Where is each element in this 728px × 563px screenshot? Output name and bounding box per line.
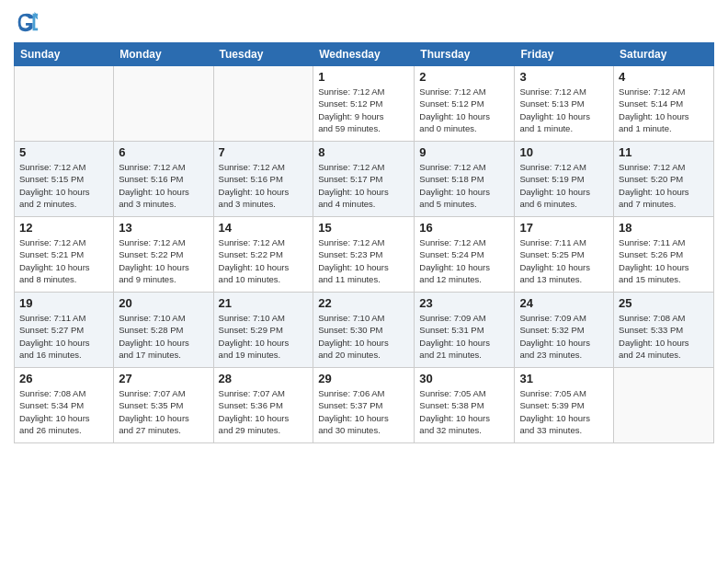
calendar-day-cell: 8Sunrise: 7:12 AMSunset: 5:17 PMDaylight…	[313, 142, 415, 217]
day-info: Sunrise: 7:10 AMSunset: 5:30 PMDaylight:…	[318, 312, 409, 361]
day-info: Sunrise: 7:09 AMSunset: 5:31 PMDaylight:…	[419, 312, 509, 361]
calendar-day-cell: 16Sunrise: 7:12 AMSunset: 5:24 PMDayligh…	[415, 217, 515, 293]
day-info: Sunrise: 7:12 AMSunset: 5:16 PMDaylight:…	[119, 161, 208, 210]
calendar-table: SundayMondayTuesdayWednesdayThursdayFrid…	[14, 42, 714, 443]
day-number: 8	[318, 145, 409, 159]
day-number: 29	[318, 372, 409, 385]
calendar-day-cell: 22Sunrise: 7:10 AMSunset: 5:30 PMDayligh…	[313, 293, 415, 368]
calendar-day-cell: 11Sunrise: 7:12 AMSunset: 5:20 PMDayligh…	[614, 142, 714, 217]
calendar-day-cell: 17Sunrise: 7:11 AMSunset: 5:25 PMDayligh…	[515, 217, 614, 293]
calendar-day-cell: 12Sunrise: 7:12 AMSunset: 5:21 PMDayligh…	[15, 217, 114, 293]
calendar-week-row: 12Sunrise: 7:12 AMSunset: 5:21 PMDayligh…	[15, 217, 714, 293]
calendar-day-cell: 6Sunrise: 7:12 AMSunset: 5:16 PMDaylight…	[114, 142, 213, 217]
day-number: 16	[419, 221, 509, 235]
calendar-day-cell: 27Sunrise: 7:07 AMSunset: 5:35 PMDayligh…	[114, 368, 213, 443]
day-number: 9	[419, 145, 509, 159]
day-number: 13	[119, 221, 208, 235]
day-info: Sunrise: 7:12 AMSunset: 5:21 PMDaylight:…	[19, 236, 108, 285]
day-number: 14	[219, 221, 309, 235]
calendar-day-cell: 25Sunrise: 7:08 AMSunset: 5:33 PMDayligh…	[614, 293, 714, 368]
day-info: Sunrise: 7:12 AMSunset: 5:17 PMDaylight:…	[318, 161, 409, 210]
day-info: Sunrise: 7:11 AMSunset: 5:26 PMDaylight:…	[619, 236, 709, 285]
day-number: 15	[318, 221, 409, 235]
day-info: Sunrise: 7:06 AMSunset: 5:37 PMDaylight:…	[318, 387, 409, 436]
day-number: 2	[419, 70, 509, 84]
day-info: Sunrise: 7:12 AMSunset: 5:12 PMDaylight:…	[419, 86, 509, 134]
day-info: Sunrise: 7:10 AMSunset: 5:29 PMDaylight:…	[219, 312, 309, 361]
day-info: Sunrise: 7:07 AMSunset: 5:35 PMDaylight:…	[119, 387, 208, 436]
calendar-day-cell: 5Sunrise: 7:12 AMSunset: 5:15 PMDaylight…	[15, 142, 114, 217]
day-info: Sunrise: 7:12 AMSunset: 5:16 PMDaylight:…	[219, 161, 309, 210]
day-number: 30	[419, 372, 509, 385]
day-number: 27	[119, 372, 208, 385]
day-number: 26	[19, 372, 108, 385]
calendar-empty-cell	[15, 66, 114, 142]
day-info: Sunrise: 7:09 AMSunset: 5:32 PMDaylight:…	[519, 312, 609, 361]
day-info: Sunrise: 7:05 AMSunset: 5:39 PMDaylight:…	[519, 387, 609, 436]
day-info: Sunrise: 7:05 AMSunset: 5:38 PMDaylight:…	[419, 387, 509, 436]
day-info: Sunrise: 7:12 AMSunset: 5:24 PMDaylight:…	[419, 236, 509, 285]
day-info: Sunrise: 7:12 AMSunset: 5:23 PMDaylight:…	[318, 236, 409, 285]
day-info: Sunrise: 7:07 AMSunset: 5:36 PMDaylight:…	[219, 387, 309, 436]
day-number: 17	[519, 221, 609, 235]
logo-icon	[14, 9, 40, 35]
calendar-week-row: 5Sunrise: 7:12 AMSunset: 5:15 PMDaylight…	[15, 142, 714, 217]
calendar-day-header: Friday	[515, 43, 614, 66]
day-info: Sunrise: 7:12 AMSunset: 5:18 PMDaylight:…	[419, 161, 509, 210]
day-number: 1	[318, 70, 409, 84]
calendar-day-header: Monday	[114, 43, 213, 66]
day-info: Sunrise: 7:12 AMSunset: 5:15 PMDaylight:…	[19, 161, 108, 210]
day-number: 6	[119, 145, 208, 159]
day-number: 4	[619, 70, 709, 84]
day-number: 22	[318, 296, 409, 310]
day-info: Sunrise: 7:11 AMSunset: 5:27 PMDaylight:…	[19, 312, 108, 361]
day-info: Sunrise: 7:12 AMSunset: 5:13 PMDaylight:…	[519, 86, 609, 134]
day-info: Sunrise: 7:10 AMSunset: 5:28 PMDaylight:…	[119, 312, 208, 361]
calendar-day-cell: 10Sunrise: 7:12 AMSunset: 5:19 PMDayligh…	[515, 142, 614, 217]
day-info: Sunrise: 7:11 AMSunset: 5:25 PMDaylight:…	[519, 236, 609, 285]
calendar-day-cell: 29Sunrise: 7:06 AMSunset: 5:37 PMDayligh…	[313, 368, 415, 443]
day-number: 11	[619, 145, 709, 159]
calendar-day-header: Sunday	[15, 43, 114, 66]
calendar-week-row: 26Sunrise: 7:08 AMSunset: 5:34 PMDayligh…	[15, 368, 714, 443]
calendar-day-cell: 19Sunrise: 7:11 AMSunset: 5:27 PMDayligh…	[15, 293, 114, 368]
header	[14, 9, 714, 35]
page-container: SundayMondayTuesdayWednesdayThursdayFrid…	[0, 0, 728, 453]
day-number: 24	[519, 296, 609, 310]
calendar-day-header: Tuesday	[213, 43, 313, 66]
day-info: Sunrise: 7:12 AMSunset: 5:12 PMDaylight:…	[318, 86, 409, 134]
calendar-day-cell: 4Sunrise: 7:12 AMSunset: 5:14 PMDaylight…	[614, 66, 714, 142]
calendar-day-cell: 30Sunrise: 7:05 AMSunset: 5:38 PMDayligh…	[415, 368, 515, 443]
calendar-day-cell: 2Sunrise: 7:12 AMSunset: 5:12 PMDaylight…	[415, 66, 515, 142]
calendar-day-cell: 26Sunrise: 7:08 AMSunset: 5:34 PMDayligh…	[15, 368, 114, 443]
calendar-week-row: 1Sunrise: 7:12 AMSunset: 5:12 PMDaylight…	[15, 66, 714, 142]
calendar-day-cell: 1Sunrise: 7:12 AMSunset: 5:12 PMDaylight…	[313, 66, 415, 142]
day-number: 25	[619, 296, 709, 310]
calendar-day-cell: 24Sunrise: 7:09 AMSunset: 5:32 PMDayligh…	[515, 293, 614, 368]
calendar-day-cell: 20Sunrise: 7:10 AMSunset: 5:28 PMDayligh…	[114, 293, 213, 368]
day-number: 12	[19, 221, 108, 235]
calendar-empty-cell	[213, 66, 313, 142]
day-info: Sunrise: 7:12 AMSunset: 5:19 PMDaylight:…	[519, 161, 609, 210]
calendar-day-cell: 28Sunrise: 7:07 AMSunset: 5:36 PMDayligh…	[213, 368, 313, 443]
calendar-day-header: Wednesday	[313, 43, 415, 66]
day-number: 31	[519, 372, 609, 385]
calendar-week-row: 19Sunrise: 7:11 AMSunset: 5:27 PMDayligh…	[15, 293, 714, 368]
day-number: 7	[219, 145, 309, 159]
day-number: 10	[519, 145, 609, 159]
calendar-day-cell: 15Sunrise: 7:12 AMSunset: 5:23 PMDayligh…	[313, 217, 415, 293]
day-number: 3	[519, 70, 609, 84]
day-number: 20	[119, 296, 208, 310]
day-number: 28	[219, 372, 309, 385]
calendar-day-header: Saturday	[614, 43, 714, 66]
calendar-day-cell: 13Sunrise: 7:12 AMSunset: 5:22 PMDayligh…	[114, 217, 213, 293]
day-info: Sunrise: 7:08 AMSunset: 5:34 PMDaylight:…	[19, 387, 108, 436]
day-number: 21	[219, 296, 309, 310]
calendar-header-row: SundayMondayTuesdayWednesdayThursdayFrid…	[15, 43, 714, 66]
day-number: 23	[419, 296, 509, 310]
calendar-day-cell: 9Sunrise: 7:12 AMSunset: 5:18 PMDaylight…	[415, 142, 515, 217]
calendar-day-cell: 3Sunrise: 7:12 AMSunset: 5:13 PMDaylight…	[515, 66, 614, 142]
day-number: 19	[19, 296, 108, 310]
calendar-day-cell: 23Sunrise: 7:09 AMSunset: 5:31 PMDayligh…	[415, 293, 515, 368]
day-info: Sunrise: 7:12 AMSunset: 5:14 PMDaylight:…	[619, 86, 709, 134]
